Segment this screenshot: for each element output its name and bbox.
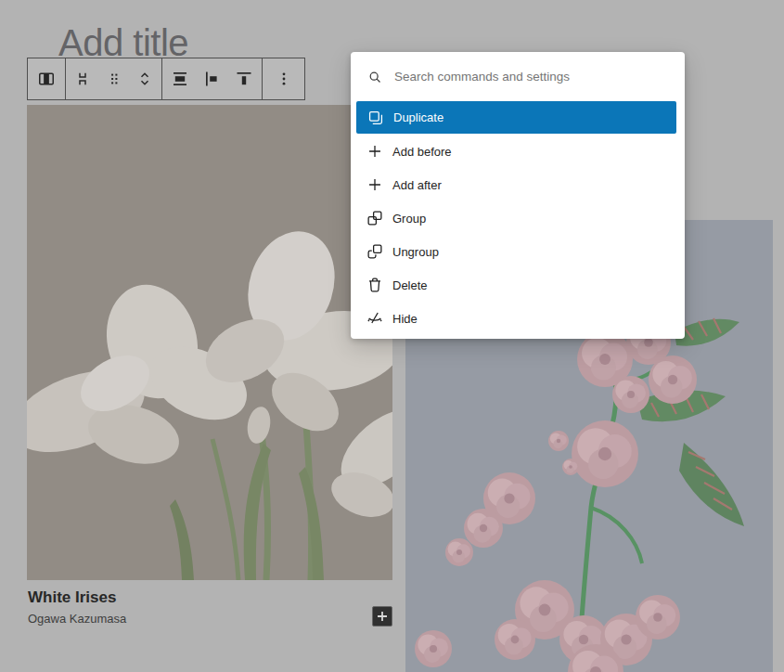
- menu-item-label: Duplicate: [393, 110, 443, 124]
- move-up-down-icon: [134, 68, 156, 90]
- group-icon: [365, 208, 385, 228]
- menu-item-label: Add before: [392, 145, 452, 159]
- options-popup: Duplicate Add before Add after: [351, 52, 685, 339]
- menu-item-add-after[interactable]: Add after: [351, 168, 685, 201]
- justify-stretch-icon: [169, 68, 191, 90]
- menu-item-duplicate[interactable]: Duplicate: [356, 101, 676, 134]
- block-type-button[interactable]: [32, 60, 61, 97]
- plus-icon: [377, 611, 388, 622]
- menu-item-label: Hide: [392, 312, 418, 326]
- drag-handle-icon: [103, 68, 125, 90]
- menu-item-label: Group: [392, 212, 426, 226]
- move-up-down-button[interactable]: [130, 60, 160, 97]
- toolbar-group-options: [263, 58, 304, 99]
- options-icon: [273, 68, 295, 90]
- options-button[interactable]: [269, 60, 299, 97]
- white-irises-image: [27, 105, 392, 580]
- columns-block-icon: [35, 68, 58, 90]
- justify-left-icon: [201, 68, 224, 90]
- command-list: Duplicate Add before Add after: [351, 101, 685, 341]
- toolbar-group-movers: [66, 58, 162, 99]
- justify-stretch-button[interactable]: [165, 60, 195, 97]
- image-caption-title[interactable]: White Irises: [28, 588, 116, 607]
- menu-item-label: Delete: [392, 278, 428, 292]
- justify-left-button[interactable]: [198, 60, 227, 97]
- block-spacing-icon: [71, 68, 94, 90]
- trash-icon: [365, 275, 385, 295]
- toolbar-group-block-type: [28, 58, 66, 99]
- menu-item-label: Add after: [392, 178, 442, 192]
- ungroup-icon: [365, 241, 385, 262]
- align-top-button[interactable]: [229, 60, 259, 97]
- search-icon: [366, 68, 384, 86]
- block-toolbar: [27, 58, 305, 100]
- menu-item-group[interactable]: Group: [351, 201, 685, 235]
- block-spacing-button[interactable]: [68, 60, 97, 97]
- menu-item-ungroup[interactable]: Ungroup: [351, 235, 685, 268]
- plus-icon: [365, 174, 385, 195]
- drag-handle-button[interactable]: [99, 60, 129, 97]
- align-top-icon: [233, 68, 255, 90]
- menu-item-add-before[interactable]: Add before: [351, 135, 685, 168]
- image-caption-author[interactable]: Ogawa Kazumasa: [28, 612, 126, 626]
- menu-item-hide[interactable]: Hide: [351, 302, 685, 335]
- menu-item-label: Ungroup: [392, 245, 439, 259]
- block-appender-button[interactable]: [372, 606, 392, 627]
- image-block-white-irises[interactable]: [27, 105, 392, 580]
- hide-icon: [365, 308, 385, 329]
- command-search-input[interactable]: [392, 69, 670, 84]
- plus-icon: [365, 141, 385, 162]
- duplicate-icon: [366, 108, 386, 128]
- toolbar-group-alignment: [162, 58, 263, 99]
- menu-item-delete[interactable]: Delete: [351, 268, 685, 302]
- command-search-row: [351, 52, 685, 101]
